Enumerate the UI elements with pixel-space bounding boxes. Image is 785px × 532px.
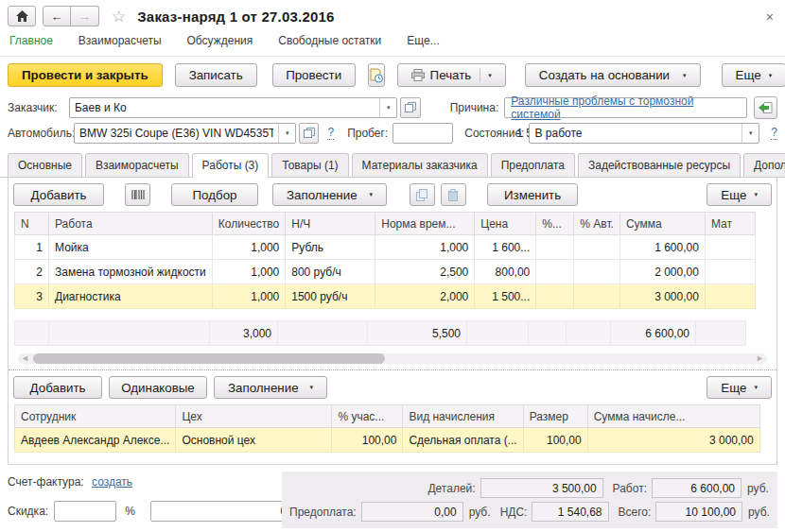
works-row-selected[interactable]: 3 Диагностика 1,000 1500 руб/ч 2,000 1 5… bbox=[15, 284, 756, 309]
cell-mat[interactable] bbox=[705, 284, 755, 309]
cell-rate[interactable]: 1500 руб/ч bbox=[286, 284, 375, 309]
employees-add-button[interactable]: Добавить bbox=[13, 376, 102, 399]
col-qty[interactable]: Количество bbox=[212, 213, 285, 235]
col-job[interactable]: Работа bbox=[49, 213, 213, 235]
back-button[interactable]: ← bbox=[43, 6, 71, 26]
scroll-right-icon[interactable]: ► bbox=[756, 353, 764, 364]
menu-item-free-stock[interactable]: Свободные остатки bbox=[278, 34, 381, 47]
forward-button[interactable]: → bbox=[71, 6, 99, 26]
cell-n[interactable]: 1 bbox=[15, 235, 49, 260]
more-button[interactable]: Еще ▾ bbox=[722, 63, 785, 87]
chevron-down-icon[interactable]: ▾ bbox=[741, 124, 759, 143]
cell-sum[interactable]: 3 000,00 bbox=[619, 284, 705, 309]
menu-item-main[interactable]: Главное bbox=[9, 34, 53, 47]
menu-item-settlements[interactable]: Взаиморасчеты bbox=[78, 34, 162, 47]
col-n[interactable]: N bbox=[15, 213, 49, 235]
mileage-field[interactable] bbox=[392, 123, 453, 144]
cell-pct-avt[interactable] bbox=[574, 260, 620, 284]
paste-rows-button[interactable] bbox=[441, 183, 466, 206]
works-fill-button[interactable]: Заполнение ▾ bbox=[272, 183, 387, 206]
car-field[interactable]: ▾ bbox=[74, 123, 296, 144]
save-button[interactable]: Записать bbox=[175, 63, 257, 87]
cell-shop[interactable]: Основной цех bbox=[176, 428, 332, 453]
close-icon[interactable]: × bbox=[766, 9, 774, 25]
cell-size-current[interactable]: 100,00 bbox=[523, 428, 587, 453]
col-accrual-sum[interactable]: Сумма начисле... bbox=[587, 405, 759, 428]
cell-price[interactable]: 800,00 bbox=[475, 260, 536, 284]
cell-pct-avt[interactable] bbox=[574, 284, 620, 309]
cell-job[interactable]: Мойка bbox=[49, 235, 213, 260]
cell-pct-avt[interactable] bbox=[574, 235, 620, 260]
copy-rows-button[interactable] bbox=[410, 183, 435, 206]
chevron-down-icon[interactable]: ▾ bbox=[379, 98, 396, 117]
cell-participation[interactable]: 100,00 bbox=[332, 428, 403, 453]
cell-sum[interactable]: 1 600,00 bbox=[619, 235, 705, 260]
menu-item-discussions[interactable]: Обсуждения bbox=[187, 34, 253, 47]
tab-settlements[interactable]: Взаиморасчеты bbox=[85, 153, 189, 177]
col-mat[interactable]: Мат bbox=[705, 213, 755, 235]
scrollbar-thumb[interactable] bbox=[33, 353, 385, 364]
cell-rate[interactable]: Рубль bbox=[286, 235, 375, 260]
cell-qty[interactable]: 1,000 bbox=[212, 260, 285, 284]
tab-customer-materials[interactable]: Материалы заказчика bbox=[352, 153, 488, 177]
posting-records-button[interactable] bbox=[368, 63, 385, 87]
reason-link[interactable]: Различные проблемы с тормозной системой bbox=[511, 94, 740, 121]
post-and-close-button[interactable]: Провести и закрыть bbox=[8, 63, 163, 87]
col-norm[interactable]: Норма врем... bbox=[375, 213, 475, 235]
post-button[interactable]: Провести bbox=[272, 63, 356, 87]
car-open-button[interactable] bbox=[299, 123, 319, 144]
favorite-star-icon[interactable]: ☆ bbox=[112, 7, 126, 26]
works-add-button[interactable]: Добавить bbox=[13, 183, 104, 206]
col-pct[interactable]: %... bbox=[536, 213, 574, 235]
tab-works[interactable]: Работы (3) bbox=[192, 153, 270, 178]
col-rate[interactable]: Н/Ч bbox=[286, 213, 375, 235]
cell-pct[interactable] bbox=[536, 260, 574, 284]
related-documents-button[interactable] bbox=[754, 96, 777, 119]
car-help-link[interactable]: ? bbox=[327, 126, 334, 140]
cell-job[interactable]: Замена тормозной жидкости bbox=[49, 260, 213, 284]
tab-additional[interactable]: Дополнительно bbox=[743, 153, 785, 177]
state-help-link[interactable]: ? bbox=[771, 126, 777, 140]
tab-prepayment[interactable]: Предоплата bbox=[491, 153, 575, 177]
customer-open-button[interactable] bbox=[400, 97, 420, 118]
create-invoice-link[interactable]: создать bbox=[92, 475, 132, 489]
barcode-scan-button[interactable] bbox=[125, 183, 150, 206]
cell-accrual-sum[interactable]: 3 000,00 bbox=[587, 428, 759, 453]
employees-more-button[interactable]: Еще ▾ bbox=[706, 376, 772, 399]
col-size[interactable]: Размер bbox=[523, 405, 587, 428]
scroll-left-icon[interactable]: ◄ bbox=[21, 353, 29, 364]
cell-mat[interactable] bbox=[705, 235, 755, 260]
state-field[interactable]: ▾ bbox=[529, 123, 759, 144]
cell-norm[interactable]: 2,000 bbox=[375, 284, 475, 309]
discount-amount-field[interactable] bbox=[150, 501, 287, 522]
menu-item-more[interactable]: Еще... bbox=[407, 34, 439, 47]
cell-sum[interactable]: 2 000,00 bbox=[619, 260, 705, 284]
state-input[interactable] bbox=[530, 124, 741, 143]
employees-same-button[interactable]: Одинаковые bbox=[109, 376, 207, 399]
tab-goods[interactable]: Товары (1) bbox=[271, 153, 348, 177]
tab-main[interactable]: Основные bbox=[8, 153, 82, 177]
works-row[interactable]: 1 Мойка 1,000 Рубль 1,000 1 600... 1 600… bbox=[15, 235, 756, 260]
cell-n[interactable]: 3 bbox=[15, 284, 49, 309]
discount-percent-field[interactable] bbox=[54, 501, 116, 522]
works-edit-button[interactable]: Изменить bbox=[487, 183, 578, 206]
cell-job-current[interactable]: Диагностика bbox=[49, 284, 213, 309]
car-input[interactable] bbox=[75, 124, 278, 143]
customer-input[interactable] bbox=[70, 98, 379, 117]
col-shop[interactable]: Цех bbox=[176, 405, 332, 428]
horizontal-scrollbar[interactable]: ◄ ► bbox=[18, 353, 767, 364]
col-accrual[interactable]: Вид начисления bbox=[403, 405, 523, 428]
cell-norm[interactable]: 1,000 bbox=[375, 235, 475, 260]
cell-mat[interactable] bbox=[705, 260, 755, 284]
cell-rate[interactable]: 800 руб/ч bbox=[286, 260, 375, 284]
cell-accrual[interactable]: Сдельная оплата (... bbox=[403, 428, 523, 453]
cell-qty[interactable]: 1,000 bbox=[212, 284, 285, 309]
tab-resources[interactable]: Задействованные ресурсы bbox=[578, 153, 741, 177]
cell-pct[interactable] bbox=[536, 235, 574, 260]
cell-qty[interactable]: 1,000 bbox=[212, 235, 285, 260]
customer-field[interactable]: ▾ bbox=[69, 97, 397, 118]
col-pct-avt[interactable]: % Авт. bbox=[574, 213, 620, 235]
home-button[interactable] bbox=[8, 6, 36, 26]
create-based-on-button[interactable]: Создать на основании ▾ bbox=[525, 63, 701, 87]
works-pick-button[interactable]: Подбор bbox=[171, 183, 258, 206]
